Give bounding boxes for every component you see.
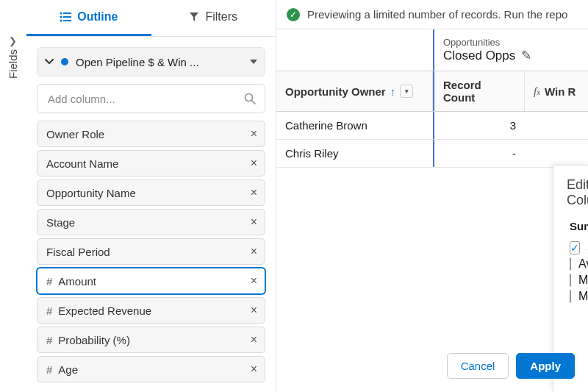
fields-rail-text: Fields (7, 49, 19, 79)
remove-column-icon[interactable]: × (251, 304, 257, 317)
number-icon: # (46, 334, 52, 346)
number-icon: # (46, 363, 52, 376)
checkbox-icon[interactable]: ✓ (570, 241, 580, 254)
status-dot-icon (61, 58, 68, 65)
search-icon (244, 93, 256, 104)
report-selector[interactable]: Open Pipeline $ & Win ... (37, 47, 265, 76)
grid-header-group-row: Opportunities Closed Opps ✎ (276, 29, 588, 71)
column-header-record-count-label: Record Count (443, 79, 515, 104)
chevron-right-icon: ❯ (9, 35, 17, 46)
remove-column-icon[interactable]: × (251, 363, 257, 376)
remove-column-icon[interactable]: × (251, 127, 257, 140)
column-item[interactable]: #Amount× (37, 268, 265, 294)
column-item-label: Expected Revenue (58, 304, 244, 317)
summarize-option-label: Max (578, 274, 588, 287)
cell-record-count: - (433, 140, 525, 167)
table-row[interactable]: Catherine Brown3 (276, 112, 588, 140)
number-icon: # (46, 275, 52, 288)
column-header-owner-label: Opportunity Owner (285, 85, 386, 98)
tab-outline-label: Outline (77, 10, 118, 24)
side-tabs: Outline Filters (26, 0, 276, 37)
group-title-text: Closed Opps (443, 49, 515, 63)
table-row[interactable]: Chris Riley- (276, 140, 588, 168)
summarize-options: ✓SumAverageMaxMin (570, 241, 572, 303)
summarize-option-label: Average (578, 257, 588, 271)
report-selector-label: Open Pipeline $ & Win ... (76, 56, 243, 68)
column-item[interactable]: Opportunity Name× (37, 179, 265, 206)
column-menu-icon[interactable]: ▾ (400, 85, 413, 98)
column-item[interactable]: Fiscal Period× (37, 238, 265, 265)
remove-column-icon[interactable]: × (251, 186, 257, 199)
remove-column-icon[interactable]: × (251, 215, 257, 229)
remove-column-icon[interactable]: × (251, 333, 257, 346)
fields-rail-label: Fields ❯ (7, 37, 19, 79)
chevron-down-icon (45, 59, 54, 65)
checkbox-icon[interactable] (570, 257, 571, 271)
column-item[interactable]: Account Name× (37, 150, 265, 177)
popover-header: Edit Column × (553, 165, 588, 217)
sort-ascending-icon: ↑ (390, 85, 396, 98)
preview-banner-text: Previewing a limited number of records. … (307, 8, 567, 21)
column-item-label: Age (58, 363, 244, 376)
group-title: Closed Opps ✎ (443, 48, 579, 63)
grid-body: Catherine Brown3Chris Riley- (276, 112, 588, 168)
column-list: Owner Role×Account Name×Opportunity Name… (37, 121, 265, 382)
column-item-label: Opportunity Name (46, 187, 245, 199)
remove-column-icon[interactable]: × (251, 245, 257, 258)
column-header-win-rate-label: Win R (545, 85, 576, 98)
checkbox-icon[interactable] (570, 274, 571, 287)
popover-body: Summarize ✓SumAverageMaxMin (553, 217, 588, 343)
grid-column-group[interactable]: Opportunities Closed Opps ✎ (433, 29, 588, 71)
add-column-search[interactable] (37, 84, 265, 113)
checkbox-icon[interactable] (570, 290, 571, 303)
column-item-label: Amount (58, 275, 244, 288)
column-header-win-rate[interactable]: fx Win R (525, 71, 588, 111)
svg-line-7 (252, 101, 256, 104)
cell-owner: Chris Riley (276, 140, 433, 167)
column-item[interactable]: #Age× (37, 356, 265, 382)
svg-point-4 (60, 19, 62, 21)
cell-win-rate (525, 112, 588, 139)
cell-record-count: 3 (433, 112, 525, 139)
column-item[interactable]: #Probability (%)× (37, 327, 265, 353)
column-item-label: Owner Role (46, 128, 245, 140)
popover-footer: Cancel Apply (553, 343, 588, 392)
summarize-option[interactable]: Average (570, 257, 572, 271)
tab-outline[interactable]: Outline (26, 0, 151, 36)
success-icon: ✓ (287, 8, 300, 21)
column-item-label: Probability (%) (58, 334, 244, 346)
grid-header-spacer (276, 29, 433, 71)
column-header-record-count[interactable]: Record Count (433, 71, 525, 111)
tab-filters-label: Filters (205, 10, 237, 24)
column-item[interactable]: Stage× (37, 209, 265, 235)
svg-rect-5 (63, 20, 71, 21)
cell-win-rate (525, 140, 588, 167)
number-icon: # (46, 304, 52, 317)
fields-rail[interactable]: Fields ❯ (0, 0, 26, 392)
preview-banner: ✓ Previewing a limited number of records… (276, 0, 588, 29)
summarize-option[interactable]: ✓Sum (570, 241, 572, 254)
summarize-option[interactable]: Max (570, 274, 572, 287)
edit-icon[interactable]: ✎ (521, 48, 531, 63)
edit-column-popover: Edit Column × Summarize ✓SumAverageMaxMi… (553, 165, 588, 392)
cell-owner: Catherine Brown (276, 112, 433, 139)
cancel-button[interactable]: Cancel (447, 353, 509, 379)
outline-icon (60, 12, 71, 22)
add-column-input[interactable] (46, 92, 238, 106)
svg-rect-1 (63, 13, 71, 14)
column-item-label: Account Name (46, 157, 245, 170)
svg-point-0 (60, 12, 62, 14)
apply-button[interactable]: Apply (516, 353, 575, 379)
column-item[interactable]: Owner Role× (37, 121, 265, 147)
remove-column-icon[interactable]: × (251, 274, 257, 288)
grid-header-row: Opportunity Owner ↑ ▾ Record Count fx Wi… (276, 71, 588, 112)
tab-filters[interactable]: Filters (151, 0, 276, 36)
summarize-option[interactable]: Min (570, 290, 572, 303)
column-item-label: Stage (46, 216, 245, 229)
remove-column-icon[interactable]: × (251, 157, 257, 170)
column-item[interactable]: #Expected Revenue× (37, 297, 265, 324)
group-parent-label: Opportunities (443, 37, 579, 48)
svg-point-2 (60, 15, 62, 18)
formula-icon: fx (534, 85, 540, 98)
column-header-owner[interactable]: Opportunity Owner ↑ ▾ (276, 71, 433, 111)
